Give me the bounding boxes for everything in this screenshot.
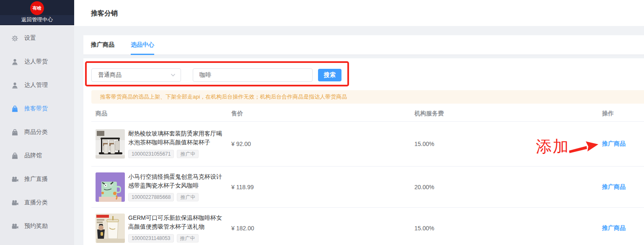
chevron-down-icon	[171, 73, 176, 77]
sidebar-item-tuike-sales[interactable]: 推客带货	[0, 97, 74, 120]
table-header: 商品 售价 机构服务费 操作	[91, 108, 644, 122]
sidebar-item-livestream-categories[interactable]: 直播分类	[0, 191, 74, 214]
promote-product-link[interactable]: 推广商品	[602, 183, 626, 191]
product-id-badge: 10000227885668	[128, 193, 174, 201]
product-cell: 小马行空搞怪捣蛋鬼创意马克杯设计感带盖陶瓷水杯子女风咖啡 10000227885…	[96, 172, 228, 202]
product-image	[96, 214, 125, 243]
app-screen: 有啥 返回管理中心 设置 达人带货	[0, 0, 644, 245]
category-select[interactable]: 普通商品	[91, 68, 181, 82]
api-notice-text: 推客带货商品的选品上架、下架全部走api，在机构后台操作无效；机构后台合作商品是…	[100, 93, 347, 101]
page-header: 推客分销	[74, 0, 644, 26]
gear-icon	[11, 35, 18, 42]
status-badge: 推广中	[177, 150, 199, 158]
sidebar-menu: 设置 达人带货 达人管理	[0, 25, 74, 238]
sidebar-item-label: 设置	[24, 34, 36, 42]
sidebar-item-label: 达人带货	[24, 58, 48, 65]
api-notice-banner: 推客带货商品的选品上架、下架全部走api，在机构后台操作无效；机构后台合作商品是…	[91, 90, 644, 104]
tab-promoted-products[interactable]: 推广商品	[91, 35, 114, 55]
sidebar-header: 有啥 返回管理中心	[0, 0, 74, 25]
keyword-search-input[interactable]	[193, 68, 313, 82]
sidebar-item-label: 推广直播	[24, 175, 48, 183]
product-title: 耐热棱纹玻璃杯套装防烫家用客厅喝水泡茶杯咖啡杯高颜值杯架杯子	[128, 129, 228, 147]
sidebar-item-label: 推客带货	[24, 105, 48, 112]
product-cell: 耐热棱纹玻璃杯套装防烫家用客厅喝水泡茶杯咖啡杯高颜值杯架杯子 100002310…	[96, 129, 228, 159]
content-panel: 普通商品 搜索 推客带货商品的选品上架、下架全部走api，在机构后台操作无效；机…	[83, 58, 644, 245]
sidebar-item-label: 商品分类	[24, 128, 48, 136]
table-row: GERM可口可乐新款保温杯咖啡杯女高颜值便携吸管水杯子送礼物 100002311…	[91, 208, 644, 245]
sidebar-item-label: 品牌馆	[24, 152, 42, 159]
person-icon	[11, 82, 18, 89]
sidebar-item-label: 达人管理	[24, 81, 48, 89]
sidebar: 有啥 返回管理中心 设置 达人带货	[0, 0, 74, 245]
table-row: 小马行空搞怪捣蛋鬼创意马克杯设计感带盖陶瓷水杯子女风咖啡 10000227885…	[91, 167, 644, 208]
product-image	[96, 172, 125, 202]
agency-fee-value: 15.00%	[414, 225, 434, 232]
status-badge: 推广中	[177, 193, 199, 201]
price-value: ¥ 118.99	[231, 184, 253, 190]
product-info: 小马行空搞怪捣蛋鬼创意马克杯设计感带盖陶瓷水杯子女风咖啡 10000227885…	[128, 172, 228, 201]
product-info: GERM可口可乐新款保温杯咖啡杯女高颜值便携吸管水杯子送礼物 100002311…	[128, 214, 228, 242]
agency-fee-value: 15.00%	[414, 141, 434, 147]
camera-icon	[11, 199, 18, 206]
camera-icon	[11, 223, 18, 230]
sidebar-item-product-categories[interactable]: 商品分类	[0, 120, 74, 144]
column-header-price: 售价	[231, 110, 243, 117]
category-select-value: 普通商品	[98, 71, 171, 79]
sidebar-item-creator-sales[interactable]: 达人带货	[0, 50, 74, 73]
sidebar-item-settings[interactable]: 设置	[0, 26, 74, 50]
column-header-agency-fee: 机构服务费	[414, 110, 444, 117]
page-title: 推客分销	[91, 9, 118, 18]
bag-icon	[11, 105, 18, 112]
tab-selection-center[interactable]: 选品中心	[131, 35, 154, 55]
product-title: 小马行空搞怪捣蛋鬼创意马克杯设计感带盖陶瓷水杯子女风咖啡	[128, 172, 228, 190]
promote-product-link[interactable]: 推广商品	[602, 140, 626, 148]
sidebar-item-creator-management[interactable]: 达人管理	[0, 73, 74, 97]
sidebar-item-label: 直播分类	[24, 199, 48, 206]
brand-logo: 有啥	[30, 1, 44, 15]
product-id-badge: 10000231055671	[128, 150, 174, 158]
bag-icon	[11, 129, 18, 136]
person-icon	[11, 58, 18, 65]
product-id-badge: 10000231148053	[128, 234, 174, 242]
sidebar-item-promo-livestream[interactable]: 推广直播	[0, 167, 74, 191]
agency-fee-value: 20.00%	[414, 184, 434, 190]
tabs-bar: 推广商品 选品中心	[83, 35, 644, 55]
product-cell: GERM可口可乐新款保温杯咖啡杯女高颜值便携吸管水杯子送礼物 100002311…	[96, 214, 228, 243]
table-row: 耐热棱纹玻璃杯套装防烫家用客厅喝水泡茶杯咖啡杯高颜值杯架杯子 100002310…	[91, 122, 644, 167]
promote-product-link[interactable]: 推广商品	[602, 224, 626, 232]
column-header-action: 操作	[602, 110, 614, 117]
products-table: 商品 售价 机构服务费 操作	[91, 108, 644, 245]
price-value: ¥ 182.00	[231, 225, 254, 232]
product-info: 耐热棱纹玻璃杯套装防烫家用客厅喝水泡茶杯咖啡杯高颜值杯架杯子 100002310…	[128, 129, 228, 158]
price-value: ¥ 92.00	[231, 141, 251, 147]
camera-icon	[11, 176, 18, 183]
status-badge: 推广中	[177, 234, 199, 242]
search-button[interactable]: 搜索	[318, 69, 341, 81]
product-title: GERM可口可乐新款保温杯咖啡杯女高颜值便携吸管水杯子送礼物	[128, 214, 228, 231]
back-to-admin-link[interactable]: 返回管理中心	[0, 15, 74, 24]
column-header-product: 商品	[96, 110, 107, 117]
bag-icon	[11, 152, 18, 159]
product-image	[96, 129, 125, 159]
sidebar-item-booking-rewards[interactable]: 预约奖励	[0, 214, 74, 238]
sidebar-item-brand-hall[interactable]: 品牌馆	[0, 144, 74, 167]
sidebar-item-label: 预约奖励	[24, 222, 48, 230]
